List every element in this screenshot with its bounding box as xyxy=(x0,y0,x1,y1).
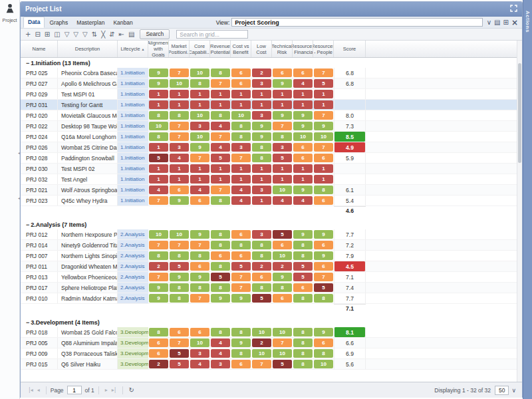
column-header-core-capabili[interactable]: Core Capabili... xyxy=(190,41,210,57)
score-value-cell[interactable]: 4 xyxy=(170,154,189,162)
last-page-icon[interactable]: ▸| xyxy=(112,387,116,393)
score-value-cell[interactable]: 1 xyxy=(211,100,230,109)
score-value-cell[interactable]: 2 xyxy=(252,262,271,271)
next-page-icon[interactable]: ▸ xyxy=(105,387,108,393)
score-value-cell[interactable]: 8 xyxy=(231,328,251,336)
left-nav-rail[interactable]: Project xyxy=(0,0,20,399)
score-value-cell[interactable]: 9 xyxy=(293,111,313,120)
score-value-cell[interactable]: 8 xyxy=(170,283,189,292)
score-value-cell[interactable]: 7 xyxy=(190,294,209,303)
score-value-cell[interactable]: 6 xyxy=(170,186,189,194)
score-value-cell[interactable]: 8 xyxy=(231,241,251,249)
score-value-cell[interactable]: 5 xyxy=(149,154,168,162)
table-row[interactable]: PRJ 005Q88 Aluminium Impala3.Development… xyxy=(21,338,517,348)
score-value-cell[interactable]: 6 xyxy=(293,68,313,77)
score-value-cell[interactable]: 1 xyxy=(170,175,189,184)
tab-masterplan[interactable]: Masterplan xyxy=(72,18,108,28)
score-value-cell[interactable]: 1 xyxy=(170,100,189,109)
score-value-cell[interactable]: 6 xyxy=(231,360,251,368)
score-value-cell[interactable]: 9 xyxy=(293,122,313,130)
score-value-cell[interactable]: 10 xyxy=(273,328,292,336)
score-value-cell[interactable]: 2 xyxy=(252,338,271,347)
score-value-cell[interactable]: 8 xyxy=(252,251,271,260)
score-value-cell[interactable]: 1 xyxy=(293,164,313,173)
table-row[interactable]: PRJ 014Ninety9 Goldenrod Titanium2.Analy… xyxy=(21,240,517,251)
score-value-cell[interactable]: 6 xyxy=(314,196,333,205)
panel-collapse-arrow[interactable]: ◂ xyxy=(18,150,20,155)
table-row[interactable]: PRJ 020Movietalk Glaucous Monad1.Initiat… xyxy=(21,110,517,121)
refresh-icon[interactable]: ↻ xyxy=(129,386,134,394)
score-value-cell[interactable]: 5 xyxy=(252,294,271,303)
score-value-cell[interactable]: 6 xyxy=(273,294,292,303)
score-value-cell[interactable]: 6 xyxy=(231,68,251,77)
score-value-cell[interactable]: 6 xyxy=(314,241,333,249)
score-value-cell[interactable]: 5 xyxy=(293,262,313,271)
score-value-cell[interactable]: 7 xyxy=(170,122,189,130)
score-value-cell[interactable]: 1 xyxy=(149,164,168,173)
score-value-cell[interactable]: 5 xyxy=(273,154,292,162)
score-value-cell[interactable]: 8 xyxy=(149,251,168,260)
score-value-cell[interactable]: 8 xyxy=(211,262,230,271)
score-value-cell[interactable]: 9 xyxy=(252,122,271,130)
score-value-cell[interactable]: 9 xyxy=(314,122,333,130)
table-row[interactable]: PRJ 024Q16a Morel Longhorn1.Initiation87… xyxy=(21,132,517,142)
score-value-cell[interactable]: 8 xyxy=(273,283,292,292)
score-value-cell[interactable]: 7 xyxy=(211,186,230,194)
score-value-cell[interactable]: 7 xyxy=(170,241,189,249)
column-header-score[interactable]: Score xyxy=(334,41,366,57)
score-value-cell[interactable]: 8 xyxy=(314,186,333,194)
score-value-cell[interactable]: 7 xyxy=(314,68,333,77)
column-header-revenue-potential[interactable]: Revenue Potential xyxy=(210,41,231,57)
score-value-cell[interactable]: 6 xyxy=(314,154,333,162)
group-header-1-initiation-13-items[interactable]: −1.Initiation (13 Items) xyxy=(21,58,517,68)
score-value-cell[interactable]: 9 xyxy=(149,283,168,292)
score-value-cell[interactable]: 3 xyxy=(190,122,209,130)
column-header-name[interactable]: Name xyxy=(21,41,58,57)
score-value-cell[interactable]: 7 xyxy=(252,360,271,368)
score-value-cell[interactable]: 4 xyxy=(231,186,251,194)
score-value-cell[interactable]: 8 xyxy=(211,111,230,120)
score-value-cell[interactable]: 1 xyxy=(314,100,333,109)
collapse-all-icon[interactable]: ╳ xyxy=(101,31,105,38)
score-value-cell[interactable]: 1 xyxy=(231,100,251,109)
score-value-cell[interactable]: 7 xyxy=(190,241,209,249)
tab-data[interactable]: Data xyxy=(23,17,45,28)
score-value-cell[interactable]: 10 xyxy=(149,122,168,130)
column-header-cost-vs-benefit[interactable]: Cost vs Benefit xyxy=(231,41,251,57)
score-value-cell[interactable]: 10 xyxy=(190,111,209,120)
score-value-cell[interactable]: 1 xyxy=(190,164,209,173)
group-header-3-development-4-items[interactable]: −3.Development (4 Items) xyxy=(21,317,517,327)
grid-columns-icon[interactable]: ⊞ xyxy=(45,31,50,38)
score-value-cell[interactable]: 7 xyxy=(149,196,168,205)
score-value-cell[interactable]: 6 xyxy=(190,262,209,271)
project-person-icon[interactable] xyxy=(0,3,19,17)
expand-icon[interactable] xyxy=(510,5,517,13)
score-value-cell[interactable]: 7 xyxy=(273,338,292,347)
score-value-cell[interactable]: 8 xyxy=(149,328,168,336)
score-value-cell[interactable]: 5 xyxy=(293,273,313,281)
table-row[interactable]: PRJ 023Q45c Whey Hydra1.Initiation796841… xyxy=(21,196,517,206)
panel-collapse-arrow[interactable]: ◂ xyxy=(18,196,20,200)
score-value-cell[interactable]: 6 xyxy=(170,328,189,336)
score-value-cell[interactable]: 8 xyxy=(190,79,209,88)
score-value-cell[interactable]: 7 xyxy=(211,132,230,141)
score-value-cell[interactable]: 1 xyxy=(293,175,313,184)
score-value-cell[interactable]: 8 xyxy=(211,241,230,249)
score-value-cell[interactable]: 1 xyxy=(252,100,271,109)
score-value-cell[interactable]: 6 xyxy=(190,196,209,205)
score-value-cell[interactable]: 6 xyxy=(231,251,251,260)
score-value-cell[interactable]: 8 xyxy=(211,196,230,205)
reset-columns-icon[interactable]: ⇤ xyxy=(119,31,124,38)
score-value-cell[interactable]: 10 xyxy=(190,132,209,141)
score-value-cell[interactable]: 8 xyxy=(231,122,251,130)
score-value-cell[interactable]: 8 xyxy=(170,111,189,120)
score-value-cell[interactable]: 4 xyxy=(273,196,292,205)
score-value-cell[interactable]: 1 xyxy=(231,175,251,184)
score-value-cell[interactable]: 1 xyxy=(190,90,209,98)
score-value-cell[interactable]: 8 xyxy=(293,251,313,260)
score-value-cell[interactable]: 9 xyxy=(149,68,168,77)
score-value-cell[interactable]: 3 xyxy=(252,230,271,239)
score-value-cell[interactable]: 1 xyxy=(190,100,209,109)
score-value-cell[interactable]: 9 xyxy=(149,294,168,303)
score-value-cell[interactable]: 10 xyxy=(231,111,251,120)
